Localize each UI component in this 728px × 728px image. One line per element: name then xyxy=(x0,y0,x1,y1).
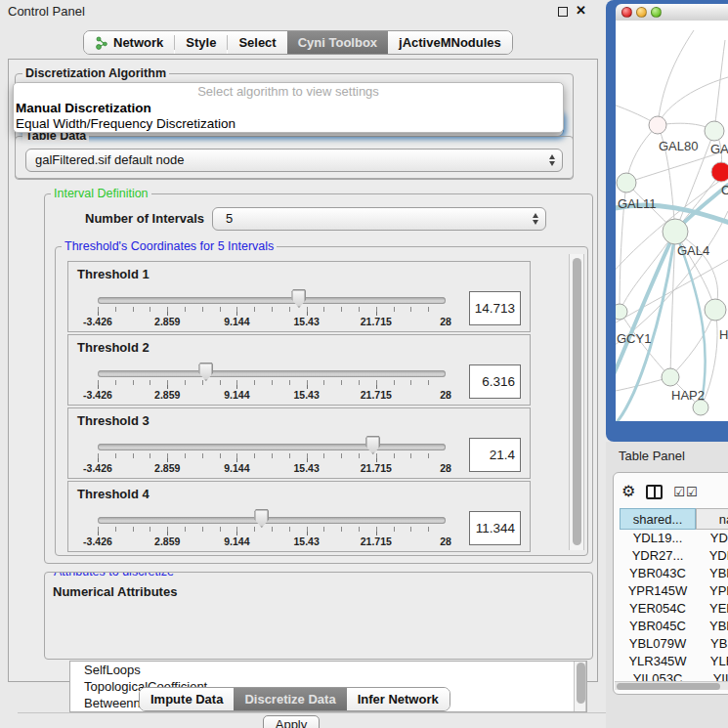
list-item[interactable]: SelfLoops xyxy=(70,662,586,678)
network-canvas[interactable]: GAL80 GA C GAL11 GAL4 GCY1 H HAP2 xyxy=(616,21,728,421)
scrollbar-thumb[interactable] xyxy=(617,683,720,690)
tab-cyni-toolbox[interactable]: Cyni Toolbox xyxy=(287,31,388,54)
network-node[interactable] xyxy=(705,121,724,141)
table-panel-title: Table Panel xyxy=(619,449,685,463)
threshold-panel: Threshold 1 -3.426 2.859 9.144 15.43 21.… xyxy=(67,261,531,332)
combo-stepper-icon xyxy=(549,154,555,166)
threshold-slider[interactable]: -3.426 2.859 9.144 15.43 21.715 28 xyxy=(98,482,446,553)
tab-label: Network xyxy=(113,35,163,50)
node-label-gal4: GAL4 xyxy=(677,243,709,258)
network-node[interactable] xyxy=(616,304,627,320)
table-row[interactable]: YER054CYER0 xyxy=(620,600,728,618)
table-row[interactable]: YBR043CYBR0 xyxy=(620,565,728,582)
node-label-partial: GA xyxy=(710,142,728,156)
slider-thumb[interactable] xyxy=(254,509,269,528)
tab-network[interactable]: Network xyxy=(84,31,174,54)
slider-track[interactable] xyxy=(98,370,446,377)
algorithm-dropdown-popup: Select algorithm to view settings Manual… xyxy=(13,82,564,133)
tab-impute-data[interactable]: Impute Data xyxy=(140,688,234,710)
slider-track[interactable] xyxy=(98,517,446,524)
table-row[interactable]: YDL19...YDL1 xyxy=(620,530,728,547)
node-table: shared... na YDL19...YDL1 YDR27...YDR2 Y… xyxy=(620,508,728,688)
slider-track[interactable] xyxy=(98,444,446,450)
network-node[interactable] xyxy=(617,173,636,193)
slider-thumb[interactable] xyxy=(291,289,306,308)
num-intervals-label: Number of Intervals xyxy=(85,211,204,226)
group-title: Discretization Algorithm xyxy=(22,66,169,80)
threshold-slider[interactable]: -3.426 2.859 9.144 15.43 21.715 28 xyxy=(98,408,446,480)
network-node[interactable] xyxy=(662,368,679,386)
close-icon[interactable]: ✕ xyxy=(576,3,586,18)
node-label-hap2: HAP2 xyxy=(671,388,705,403)
control-panel-tabbar: Network Style Select Cyni Toolbox jActiv… xyxy=(83,30,513,55)
node-label-gal80: GAL80 xyxy=(659,139,698,153)
minimize-traffic-light-icon[interactable] xyxy=(636,7,647,18)
slider-track[interactable] xyxy=(98,297,446,304)
group-title: Threshold's Coordinates for 5 Intervals xyxy=(62,239,277,253)
tab-label: Cyni Toolbox xyxy=(298,35,377,50)
combo-value: galFiltered.sif default node xyxy=(35,152,184,167)
tab-select[interactable]: Select xyxy=(228,31,286,54)
dropdown-item-manual-discretization[interactable]: Manual Discretization xyxy=(14,101,563,116)
node-label-partial: C xyxy=(721,183,728,197)
combo-stepper-icon xyxy=(533,213,538,225)
network-node[interactable] xyxy=(705,299,726,321)
column-layout-icon[interactable] xyxy=(646,485,663,499)
network-graph: GAL80 GA C GAL11 GAL4 GCY1 H HAP2 xyxy=(616,21,728,421)
network-icon xyxy=(95,36,108,50)
num-intervals-combobox[interactable]: 5 xyxy=(212,207,546,231)
threshold-slider[interactable]: -3.426 2.859 9.144 15.43 21.715 28 xyxy=(98,262,446,333)
table-header-row: shared... na xyxy=(620,508,728,530)
table-row[interactable]: YPR145WYPR1 xyxy=(620,582,728,600)
float-window-icon[interactable] xyxy=(558,7,568,17)
close-traffic-light-icon[interactable] xyxy=(621,7,632,18)
tab-label: Style xyxy=(186,35,216,50)
network-node[interactable] xyxy=(663,219,688,244)
table-horizontal-scrollbar[interactable] xyxy=(615,681,728,690)
threshold-panel: Threshold 4 -3.426 2.859 9.144 15.43 21.… xyxy=(67,481,531,552)
node-label-gal11: GAL11 xyxy=(618,196,657,211)
network-window-titlebar[interactable] xyxy=(616,4,728,21)
column-header-name[interactable]: na xyxy=(696,508,728,530)
list-scrollbar[interactable] xyxy=(574,662,586,711)
threshold-value-field[interactable]: 11.344 xyxy=(469,511,521,545)
apply-button[interactable]: Apply xyxy=(263,715,320,728)
slider-thumb[interactable] xyxy=(198,363,213,381)
table-row[interactable]: YBL079WYBL0 xyxy=(620,635,728,653)
panel-title: Control Panel xyxy=(8,4,85,19)
node-label-partial: H xyxy=(719,327,728,342)
control-panel: Control Panel ✕ Network Style Select Cyn… xyxy=(0,0,606,728)
table-row[interactable]: YBR045CYBR0 xyxy=(620,618,728,635)
scrollbar-thumb[interactable] xyxy=(573,258,581,545)
tab-style[interactable]: Style xyxy=(175,31,227,54)
table-data-combobox[interactable]: galFiltered.sif default node xyxy=(25,149,563,172)
threshold-value-field[interactable]: 6.316 xyxy=(469,364,521,399)
network-node-selected[interactable] xyxy=(711,162,728,182)
settings-gear-icon[interactable]: ⚙ xyxy=(621,482,635,501)
table-row[interactable]: YLR345WYLR3 xyxy=(620,653,728,670)
tab-label: Infer Network xyxy=(358,692,439,707)
threshold-slider[interactable]: -3.426 2.859 9.144 15.43 21.715 28 xyxy=(98,335,446,407)
column-header-shared-name[interactable]: shared... xyxy=(620,508,696,530)
group-title: Interval Definition xyxy=(51,187,151,200)
slider-ticks xyxy=(98,453,446,458)
tab-discretize-data[interactable]: Discretize Data xyxy=(234,688,346,710)
tab-jactivemnodules[interactable]: jActiveMNodules xyxy=(388,31,512,54)
zoom-traffic-light-icon[interactable] xyxy=(651,7,662,18)
network-node[interactable] xyxy=(649,116,666,134)
threshold-value-field[interactable]: 21.4 xyxy=(469,438,521,472)
tab-infer-network[interactable]: Infer Network xyxy=(347,688,450,710)
threshold-panel: Threshold 2 -3.426 2.859 9.144 15.43 21.… xyxy=(67,334,531,406)
cyni-bottom-tabbar: Impute Data Discretize Data Infer Networ… xyxy=(139,687,450,711)
table-row[interactable]: YDR27...YDR2 xyxy=(620,547,728,565)
scrollbar-thumb[interactable] xyxy=(577,663,585,704)
threshold-value-field[interactable]: 14.713 xyxy=(469,291,521,325)
tab-label: Discretize Data xyxy=(244,692,335,707)
slider-tick-labels: -3.426 2.859 9.144 15.43 21.715 28 xyxy=(98,389,446,402)
thresholds-scrollbar[interactable] xyxy=(569,254,584,550)
dropdown-item-equal-width-frequency[interactable]: Equal Width/Frequency Discretization xyxy=(14,116,563,132)
checkbox-icons[interactable]: ☑☑ xyxy=(673,485,698,499)
slider-thumb[interactable] xyxy=(365,436,380,454)
group-title: Attributes to discretize xyxy=(51,572,177,578)
slider-ticks xyxy=(98,307,446,312)
